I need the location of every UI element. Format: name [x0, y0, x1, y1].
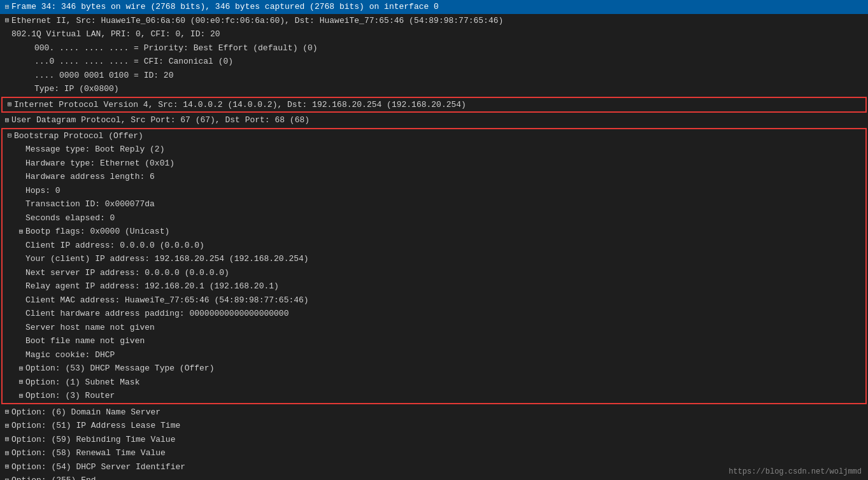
xid-line: Transaction ID: 0x000077da	[3, 197, 865, 211]
opt6-text: Option: (6) Domain Name Server	[11, 406, 160, 419]
cookie-text: Magic cookie: DHCP	[25, 349, 115, 362]
hw-type-text: Hardware type: Ethernet (0x01)	[25, 157, 174, 170]
url-bar: https://blog.csdn.net/woljmmd	[729, 467, 862, 476]
hops-text: Hops: 0	[25, 185, 60, 197]
ethernet-line[interactable]: ⊞ Ethernet II, Src: HuaweiTe_06:6a:60 (0…	[0, 14, 868, 28]
packet-detail-panel: ⊞ Frame 34: 346 bytes on wire (2768 bits…	[0, 0, 868, 480]
chaddr-padding-text: Client hardware address padding: 0000000…	[25, 307, 288, 320]
hw-type-line: Hardware type: Ethernet (0x01)	[3, 157, 865, 171]
chaddr-padding-line: Client hardware address padding: 0000000…	[3, 307, 865, 321]
file-text: Boot file name not given	[25, 335, 145, 348]
expand-icon-opt59[interactable]: ⊞	[3, 434, 11, 445]
opt255-text: Option: (255) End	[11, 474, 96, 480]
opt6-line[interactable]: ⊞ Option: (6) Domain Name Server	[0, 406, 868, 420]
udp-text: User Datagram Protocol, Src Port: 67 (67…	[11, 114, 309, 127]
siaddr-text: Next server IP address: 0.0.0.0 (0.0.0.0…	[25, 267, 229, 279]
expand-icon-frame[interactable]: ⊞	[3, 2, 11, 13]
udp-line[interactable]: ⊞ User Datagram Protocol, Src Port: 67 (…	[0, 113, 868, 127]
frame-line[interactable]: ⊞ Frame 34: 346 bytes on wire (2768 bits…	[0, 0, 868, 14]
expand-icon-opt3[interactable]: ⊞	[17, 391, 25, 402]
msg-type-line: Message type: Boot Reply (2)	[3, 143, 865, 157]
sname-line: Server host name not given	[3, 321, 865, 335]
yiaddr-line: Your (client) IP address: 192.168.20.254…	[3, 252, 865, 266]
opt53-line[interactable]: ⊞ Option: (53) DHCP Message Type (Offer)	[3, 362, 865, 376]
cookie-line: Magic cookie: DHCP	[3, 348, 865, 362]
yiaddr-text: Your (client) IP address: 192.168.20.254…	[25, 253, 309, 265]
secs-text: Seconds elapsed: 0	[25, 212, 115, 225]
hops-line: Hops: 0	[3, 184, 865, 198]
ip-line[interactable]: ⊞ Internet Protocol Version 4, Src: 14.0…	[3, 98, 865, 112]
vlan-cfi-text: ...0 .... .... .... = CFI: Canonical (0)	[34, 55, 233, 68]
ip-text: Internet Protocol Version 4, Src: 14.0.0…	[14, 99, 466, 111]
expand-icon-ethernet[interactable]: ⊞	[3, 15, 11, 26]
expand-icon-vlan	[3, 29, 11, 40]
vlan-cfi-line: ...0 .... .... .... = CFI: Canonical (0)	[0, 55, 868, 69]
siaddr-line: Next server IP address: 0.0.0.0 (0.0.0.0…	[3, 266, 865, 280]
frame-text: Frame 34: 346 bytes on wire (2768 bits),…	[11, 1, 439, 13]
opt59-line[interactable]: ⊞ Option: (59) Rebinding Time Value	[0, 433, 868, 447]
giaddr-text: Relay agent IP address: 192.168.20.1 (19…	[25, 280, 279, 293]
ip-border-box: ⊞ Internet Protocol Version 4, Src: 14.0…	[1, 97, 867, 113]
bootp-border-box: ⊟ Bootstrap Protocol (Offer) Message typ…	[1, 128, 867, 404]
hw-addr-len-text: Hardware address length: 6	[25, 171, 155, 183]
sname-text: Server host name not given	[25, 321, 155, 334]
chaddr-text: Client MAC address: HuaweiTe_77:65:46 (5…	[25, 294, 309, 307]
ciaddr-line: Client IP address: 0.0.0.0 (0.0.0.0)	[3, 239, 865, 253]
vlan-text: 802.1Q Virtual LAN, PRI: 0, CFI: 0, ID: …	[11, 28, 220, 41]
opt59-text: Option: (59) Rebinding Time Value	[11, 434, 175, 446]
opt53-text: Option: (53) DHCP Message Type (Offer)	[25, 362, 214, 375]
vlan-priority-text: 000. .... .... .... = Priority: Best Eff…	[34, 42, 318, 55]
expand-icon-bootp[interactable]: ⊟	[5, 131, 14, 141]
msg-type-text: Message type: Boot Reply (2)	[25, 143, 164, 156]
giaddr-line: Relay agent IP address: 192.168.20.1 (19…	[3, 279, 865, 293]
vlan-priority-line: 000. .... .... .... = Priority: Best Eff…	[0, 41, 868, 55]
ethernet-text: Ethernet II, Src: HuaweiTe_06:6a:60 (00:…	[11, 15, 503, 27]
vlan-line[interactable]: 802.1Q Virtual LAN, PRI: 0, CFI: 0, ID: …	[0, 27, 868, 41]
opt54-text: Option: (54) DHCP Server Identifier	[11, 461, 185, 474]
bootp-text: Bootstrap Protocol (Offer)	[14, 130, 143, 143]
expand-icon-opt6[interactable]: ⊞	[3, 407, 11, 418]
opt3-line[interactable]: ⊞ Option: (3) Router	[3, 389, 865, 403]
opt51-line[interactable]: ⊞ Option: (51) IP Address Lease Time	[0, 419, 868, 433]
file-line: Boot file name not given	[3, 334, 865, 348]
expand-icon-udp[interactable]: ⊞	[3, 115, 11, 126]
expand-icon-ip[interactable]: ⊞	[5, 99, 14, 110]
expand-icon-opt58[interactable]: ⊞	[3, 448, 11, 459]
chaddr-line: Client MAC address: HuaweiTe_77:65:46 (5…	[3, 293, 865, 307]
bootp-flags-text: Bootp flags: 0x0000 (Unicast)	[25, 225, 169, 238]
hw-addr-len-line: Hardware address length: 6	[3, 170, 865, 184]
bootp-flags-line[interactable]: ⊞ Bootp flags: 0x0000 (Unicast)	[3, 225, 865, 239]
vlan-type-line: Type: IP (0x0800)	[0, 82, 868, 96]
opt58-text: Option: (58) Renewal Time Value	[11, 447, 166, 460]
opt58-line[interactable]: ⊞ Option: (58) Renewal Time Value	[0, 446, 868, 460]
vlan-type-text: Type: IP (0x0800)	[34, 83, 119, 95]
expand-icon-opt51[interactable]: ⊞	[3, 421, 11, 432]
expand-icon-opt53[interactable]: ⊞	[17, 364, 25, 374]
opt51-text: Option: (51) IP Address Lease Time	[11, 420, 180, 432]
opt1-text: Option: (1) Subnet Mask	[25, 376, 139, 389]
bootp-line[interactable]: ⊟ Bootstrap Protocol (Offer)	[3, 129, 865, 143]
opt1-line[interactable]: ⊞ Option: (1) Subnet Mask	[3, 376, 865, 390]
expand-icon-opt54[interactable]: ⊞	[3, 462, 11, 472]
expand-icon-opt1[interactable]: ⊞	[17, 377, 25, 388]
expand-icon-opt255[interactable]: ⊞	[3, 476, 11, 481]
spacer-1	[3, 43, 11, 53]
expand-icon-bootp-flags[interactable]: ⊞	[17, 227, 25, 237]
ciaddr-text: Client IP address: 0.0.0.0 (0.0.0.0)	[25, 239, 204, 252]
vlan-id-text: .... 0000 0001 0100 = ID: 20	[34, 69, 173, 82]
vlan-id-line: .... 0000 0001 0100 = ID: 20	[0, 69, 868, 83]
xid-text: Transaction ID: 0x000077da	[25, 198, 155, 211]
secs-line: Seconds elapsed: 0	[3, 211, 865, 225]
opt3-text: Option: (3) Router	[25, 390, 115, 402]
